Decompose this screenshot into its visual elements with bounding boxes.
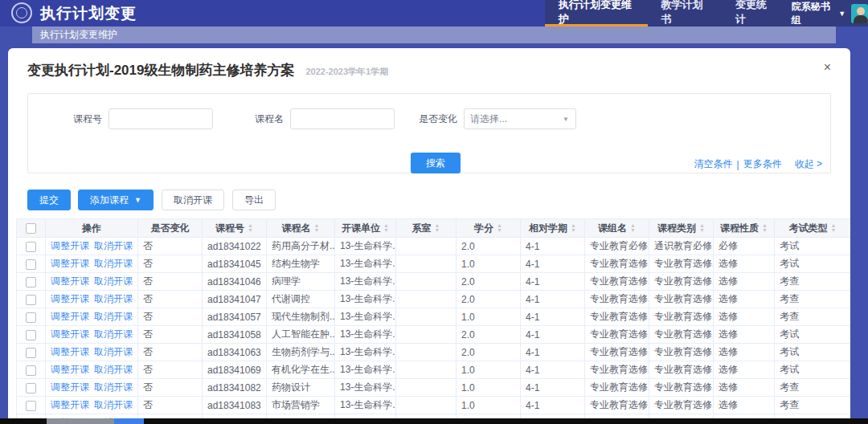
cell-name: 现代生物制剂... — [267, 308, 335, 326]
cell-change: 否 — [138, 238, 203, 255]
cell-ops: 调整开课取消开课 — [46, 238, 138, 255]
row-checkbox[interactable] — [26, 401, 36, 411]
search-button[interactable]: 搜索 — [411, 153, 461, 173]
course-name-input[interactable] — [290, 108, 395, 129]
cell-code: ad18341022 — [203, 238, 267, 255]
sort-arrows-icon[interactable]: ▲▼ — [699, 223, 705, 233]
sort-arrows-icon[interactable]: ▲▼ — [383, 223, 389, 233]
cancel-course-link[interactable]: 取消开课 — [94, 240, 133, 251]
row-checkbox[interactable] — [26, 312, 36, 323]
adjust-course-link[interactable]: 调整开课 — [51, 364, 89, 375]
cell-group: 专业教育选修... — [585, 361, 649, 379]
row-checkbox[interactable] — [26, 295, 36, 305]
adjust-course-link[interactable]: 调整开课 — [51, 346, 89, 357]
cancel-course-link[interactable]: 取消开课 — [94, 328, 133, 340]
column-label: 系室 — [412, 222, 432, 234]
cell-ops: 调整开课取消开课 — [46, 273, 138, 291]
table-row: 调整开课取消开课否ad18341047代谢调控13-生命科学...2.04-1专… — [17, 291, 851, 308]
adjust-course-link[interactable]: 调整开课 — [51, 328, 89, 340]
cancel-course-link[interactable]: 取消开课 — [94, 311, 133, 322]
horizontal-scrollbar[interactable] — [0, 418, 868, 424]
cell-select — [17, 273, 46, 291]
sort-arrows-icon[interactable]: ▲▼ — [314, 223, 320, 233]
row-checkbox[interactable] — [26, 242, 36, 252]
cell-exam: 考试 — [775, 238, 851, 255]
cell-dept — [396, 379, 457, 397]
row-checkbox[interactable] — [26, 365, 36, 376]
cell-term: 4-1 — [521, 397, 585, 414]
column-header-category[interactable]: 课程类别▲▼ — [649, 219, 714, 238]
column-header-term[interactable]: 相对学期▲▼ — [521, 219, 585, 238]
course-name-label: 课程名 — [255, 112, 284, 126]
column-header-nature[interactable]: 课程性质▲▼ — [714, 219, 775, 238]
column-header-unit[interactable]: 开课单位▲▼ — [335, 219, 396, 238]
adjust-course-link[interactable]: 调整开课 — [51, 381, 89, 393]
table-row: 调整开课取消开课否ad18341063生物药剂学与...13-生命科学...2.… — [17, 344, 851, 361]
cell-dept — [396, 291, 457, 308]
submit-button[interactable]: 提交 — [27, 190, 71, 210]
column-header-name[interactable]: 课程名▲▼ — [267, 219, 335, 238]
adjust-course-link[interactable]: 调整开课 — [51, 311, 89, 322]
cell-name: 人工智能在肿... — [267, 326, 335, 344]
adjust-course-link[interactable]: 调整开课 — [51, 240, 89, 251]
cell-name: 药用高分子材... — [267, 238, 335, 255]
changed-select[interactable]: 请选择... ▼ — [464, 108, 576, 129]
adjust-course-link[interactable]: 调整开课 — [51, 293, 89, 304]
user-menu[interactable]: 院系秘书组 ▼ — [792, 0, 868, 26]
cell-change: 否 — [138, 344, 203, 361]
cancel-course-link[interactable]: 取消开课 — [94, 258, 133, 269]
cancel-course-link[interactable]: 取消开课 — [94, 346, 133, 357]
cell-category: 通识教育必修... — [649, 238, 714, 255]
chevron-down-icon: ▼ — [134, 196, 141, 204]
clear-conditions-link[interactable]: 清空条件 — [694, 157, 733, 171]
sort-arrows-icon[interactable]: ▲▼ — [248, 223, 253, 233]
sort-arrows-icon[interactable]: ▲▼ — [831, 223, 837, 233]
cancel-course-button[interactable]: 取消开课 — [162, 190, 224, 210]
scrollbar-thumb-gray[interactable] — [47, 418, 114, 424]
sort-arrows-icon[interactable]: ▲▼ — [435, 223, 440, 233]
row-checkbox[interactable] — [26, 383, 36, 393]
sort-arrows-icon[interactable]: ▲▼ — [762, 223, 768, 233]
column-header-group[interactable]: 课组名▲▼ — [585, 219, 649, 238]
cell-credit: 2.0 — [457, 238, 521, 255]
column-header-exam[interactable]: 考试类型▲▼ — [775, 219, 851, 238]
select-all-checkbox[interactable] — [26, 223, 36, 234]
nav-tab-2[interactable]: 变更统计 — [722, 0, 787, 26]
cell-code: ad18341046 — [203, 273, 267, 291]
adjust-course-link[interactable]: 调整开课 — [51, 399, 89, 410]
breadcrumb: 执行计划变更维护 — [40, 28, 117, 42]
close-icon[interactable]: × — [824, 61, 831, 74]
cancel-course-link[interactable]: 取消开课 — [94, 275, 133, 287]
cancel-course-link[interactable]: 取消开课 — [94, 399, 133, 410]
row-checkbox[interactable] — [26, 330, 36, 340]
row-checkbox[interactable] — [26, 277, 36, 287]
app-title: 执行计划变更 — [40, 3, 137, 24]
scrollbar-thumb-blue[interactable] — [114, 418, 144, 424]
row-checkbox[interactable] — [26, 259, 36, 270]
cell-code: ad18341069 — [203, 361, 267, 379]
course-no-input[interactable] — [108, 108, 213, 129]
sort-arrows-icon[interactable]: ▲▼ — [571, 223, 576, 233]
avatar[interactable] — [851, 4, 868, 23]
adjust-course-link[interactable]: 调整开课 — [51, 275, 89, 287]
cell-credit: 2.0 — [457, 344, 521, 361]
nav-tab-1[interactable]: 教学计划书 — [648, 0, 722, 26]
sort-arrows-icon[interactable]: ▲▼ — [630, 223, 636, 233]
column-header-select[interactable] — [17, 219, 46, 238]
column-header-credit[interactable]: 学分▲▼ — [457, 219, 521, 238]
export-button[interactable]: 导出 — [232, 190, 276, 210]
add-course-button[interactable]: 添加课程 ▼ — [78, 190, 154, 210]
adjust-course-link[interactable]: 调整开课 — [51, 258, 89, 269]
cancel-course-link[interactable]: 取消开课 — [94, 381, 133, 393]
column-header-dept[interactable]: 系室▲▼ — [396, 219, 457, 238]
cell-category: 专业教育选修... — [649, 308, 714, 326]
cancel-course-link[interactable]: 取消开课 — [94, 293, 133, 304]
cancel-course-link[interactable]: 取消开课 — [94, 364, 133, 375]
more-conditions-link[interactable]: 更多条件 — [743, 157, 782, 171]
column-header-code[interactable]: 课程号▲▼ — [203, 219, 267, 238]
sort-arrows-icon[interactable]: ▲▼ — [497, 223, 502, 233]
collapse-link[interactable]: 收起 > — [795, 157, 822, 171]
cell-name: 病理学 — [267, 273, 335, 291]
row-checkbox[interactable] — [26, 348, 36, 358]
nav-tab-0[interactable]: 执行计划变更维护 — [545, 0, 648, 26]
